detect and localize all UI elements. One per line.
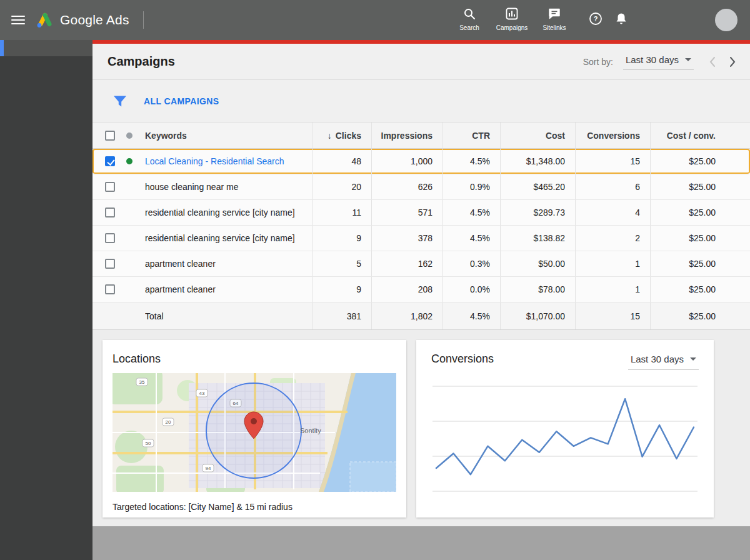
search-icon [463, 8, 476, 22]
table-header-row: Keywords ↓Clicks Impressions CTR Cost Co… [92, 122, 750, 149]
locations-card: Locations [102, 340, 406, 518]
filter-row: ALL CAMPAIGNS [92, 80, 750, 122]
ctr-value: 0.3% [442, 251, 500, 276]
table-total-row: Total 381 1,802 4.5% $1,070.00 15 $25.00 [92, 302, 750, 329]
help-icon[interactable]: ? [589, 12, 602, 28]
clicks-value: 9 [312, 226, 371, 251]
svg-text:50: 50 [146, 441, 151, 446]
keywords-table: Keywords ↓Clicks Impressions CTR Cost Co… [92, 122, 750, 330]
chevron-right-icon[interactable] [729, 56, 736, 68]
table-row-selected[interactable]: Local Cleaning - Residential Search 48 1… [92, 149, 750, 174]
menu-icon[interactable] [11, 15, 25, 25]
conversions-value: 15 [575, 149, 650, 174]
impressions-value: 1,000 [371, 149, 442, 174]
impressions-value: 162 [371, 251, 442, 276]
conversions-value: 1 [575, 251, 650, 276]
clicks-value: 48 [312, 149, 371, 174]
cost-value: $78.00 [500, 277, 575, 302]
sidebar-selected-item[interactable] [0, 40, 92, 56]
cost-value: $138.82 [500, 226, 575, 251]
table-row[interactable]: apartment cleaner 9 208 0.0% $78.00 1 $2… [92, 277, 750, 302]
page-end [92, 526, 750, 560]
chevron-left-icon[interactable] [709, 56, 716, 68]
all-campaigns-link[interactable]: ALL CAMPAIGNS [144, 96, 219, 106]
column-clicks[interactable]: ↓Clicks [312, 122, 371, 148]
ctr-value: 0.0% [442, 277, 500, 302]
total-impressions: 1,802 [371, 302, 442, 329]
nav-label: Campaigns [496, 24, 528, 31]
total-label: Total [145, 302, 312, 329]
keyword-text: apartment cleaner [145, 277, 312, 302]
row-checkbox[interactable] [105, 259, 115, 269]
impressions-value: 378 [371, 226, 442, 251]
topbar-utility-icons: ? [589, 12, 628, 28]
sort-descending-icon: ↓ [328, 131, 332, 141]
clicks-value: 11 [312, 200, 371, 225]
conversions-range-dropdown[interactable]: Last 30 days [628, 352, 699, 370]
campaign-link[interactable]: Local Cleaning - Residential Search [145, 149, 312, 174]
account-avatar[interactable] [715, 9, 738, 31]
brand-text: Google Ads [60, 12, 129, 28]
nav-label: Sitelinks [542, 24, 566, 31]
total-cost-per-conv: $25.00 [650, 302, 750, 329]
keyword-text: residential cleaning service [city name] [145, 226, 312, 251]
svg-text:43: 43 [199, 391, 205, 396]
row-checkbox[interactable] [105, 182, 115, 192]
row-checkbox[interactable] [105, 156, 115, 166]
topbar-left: Google Ads [11, 11, 144, 29]
column-conversions[interactable]: Conversions [575, 122, 650, 148]
ctr-value: 4.5% [442, 200, 500, 225]
select-all-cell[interactable] [92, 122, 126, 148]
cost-per-conv-value: $25.00 [650, 277, 750, 302]
sort-by-label: Sort by: [583, 57, 613, 67]
column-ctr[interactable]: CTR [442, 122, 500, 148]
impressions-value: 571 [371, 200, 442, 225]
topbar-nav: Search Campaigns Sitelinks [451, 8, 572, 32]
row-checkbox[interactable] [105, 284, 115, 294]
column-keywords[interactable]: Keywords [145, 122, 312, 148]
clicks-value: 5 [312, 251, 371, 276]
cost-value: $50.00 [500, 251, 575, 276]
svg-text:20: 20 [166, 419, 171, 425]
column-cost[interactable]: Cost [500, 122, 575, 148]
locations-title: Locations [112, 352, 396, 366]
total-cost: $1,070.00 [500, 302, 575, 329]
conversions-value: 4 [575, 200, 650, 225]
sort-group: Sort by: Last 30 days [583, 53, 736, 70]
status-enabled-icon [126, 158, 132, 164]
cost-per-conv-value: $25.00 [650, 174, 750, 199]
nav-item-sitelinks[interactable]: Sitelinks [536, 8, 572, 32]
keyword-text: apartment cleaner [145, 251, 312, 276]
filter-funnel-icon[interactable] [112, 95, 128, 108]
google-ads-logo[interactable]: Google Ads [35, 12, 129, 28]
select-all-checkbox[interactable] [105, 131, 115, 141]
sitelinks-icon [548, 8, 561, 22]
nav-item-search[interactable]: Search [451, 8, 488, 32]
row-checkbox[interactable] [105, 208, 115, 218]
topbar-divider [143, 11, 144, 29]
table-row[interactable]: house cleaning near me 20 626 0.9% $465.… [92, 174, 750, 200]
nav-item-campaigns[interactable]: Campaigns [494, 8, 530, 32]
google-ads-app: Google Ads Search Campaigns [0, 0, 750, 560]
total-ctr: 4.5% [442, 302, 500, 329]
keyword-text: residential cleaning service [city name] [145, 200, 312, 225]
date-range-dropdown[interactable]: Last 30 days [623, 53, 694, 70]
table-row[interactable]: residential cleaning service [city name]… [92, 200, 750, 226]
column-cost-per-conv[interactable]: Cost / conv. [650, 122, 750, 148]
total-clicks: 381 [312, 302, 371, 329]
svg-text:35: 35 [139, 379, 145, 385]
cost-per-conv-value: $25.00 [650, 251, 750, 276]
table-row[interactable]: apartment cleaner 5 162 0.3% $50.00 1 $2… [92, 251, 750, 277]
chevron-down-icon [685, 58, 691, 61]
notifications-bell-icon[interactable] [615, 12, 628, 28]
svg-text:?: ? [594, 15, 598, 22]
status-header-cell [126, 122, 145, 148]
row-checkbox[interactable] [105, 233, 115, 243]
campaigns-icon [506, 8, 518, 22]
table-row[interactable]: residential cleaning service [city name]… [92, 226, 750, 251]
clicks-value: 9 [312, 277, 371, 302]
conversions-value: 1 [575, 277, 650, 302]
column-impressions[interactable]: Impressions [371, 122, 442, 148]
google-ads-triangle-icon [35, 12, 54, 28]
locations-caption: Targeted locations: [City Name] & 15 mi … [112, 502, 396, 512]
